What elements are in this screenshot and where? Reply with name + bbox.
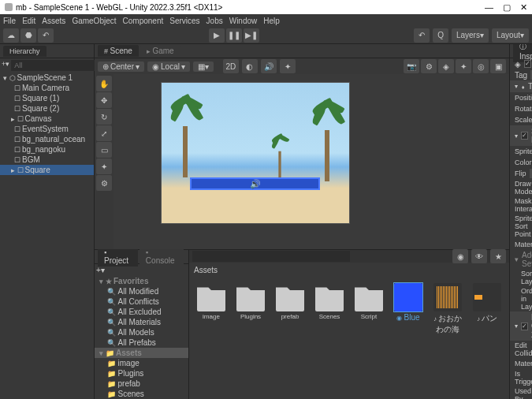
fav-item[interactable]: 🔍 All Materials (95, 317, 188, 327)
hierarchy-tab[interactable]: Hierarchy (3, 46, 47, 57)
hierarchy-item[interactable]: ☐ EventSystem (0, 124, 94, 134)
rect-tool[interactable]: ▭ (96, 142, 112, 158)
hierarchy-panel: Hierarchy +▾ ▾ ⬡ SampleScene 1 ☐ Main Ca… (0, 44, 95, 399)
hierarchy-item-selected[interactable]: ▸ ☐ Square (0, 165, 94, 175)
pause-button[interactable]: ❚❚ (226, 28, 242, 43)
asset-folder[interactable]: Scenes (314, 283, 345, 320)
gizmos-button[interactable]: ⚙ (421, 59, 437, 73)
console-tab[interactable]: ▪ Console (140, 247, 184, 267)
hidden-button[interactable]: 👁 (471, 249, 487, 263)
menu-assets[interactable]: Assets (42, 17, 65, 25)
asset-material[interactable]: ◉ Blue (392, 283, 424, 322)
pivot-toggle[interactable]: ⊕Center▾ (98, 62, 144, 72)
menu-file[interactable]: File (3, 17, 16, 25)
assets-grid: image Plugins prefab Scenes Script ◉ Blu… (189, 277, 509, 399)
unity-icon (5, 3, 13, 11)
fav-item[interactable]: 🔍 All Conflicts (95, 296, 188, 307)
account-button[interactable]: ☁ (3, 28, 19, 43)
folder-item[interactable]: 📁 Scenes (95, 389, 188, 399)
scene-root[interactable]: ▾ ⬡ SampleScene 1 (0, 73, 94, 83)
transform-tool[interactable]: ✦ (96, 158, 112, 174)
folder-item[interactable]: 📁 prefab (95, 378, 188, 389)
close-button[interactable]: ✕ (520, 2, 527, 13)
search-button[interactable]: Q (433, 28, 448, 43)
menu-component[interactable]: Component (123, 17, 164, 25)
folder-item[interactable]: 📁 image (95, 358, 188, 368)
gizmos-button2[interactable]: ◈ (438, 59, 454, 73)
scale-tool[interactable]: ⤢ (96, 125, 112, 141)
hierarchy-item[interactable]: ☐ Main Camera (0, 83, 94, 93)
selected-object-square[interactable]: 🔊 (190, 177, 320, 190)
game-tab[interactable]: ▸ Game (140, 45, 180, 57)
rotate-tool[interactable]: ↻ (96, 109, 112, 125)
grid-button[interactable]: ▦▾ (193, 62, 214, 72)
gizmos-button4[interactable]: ◎ (473, 59, 489, 73)
scene-tab[interactable]: # Scene (98, 45, 139, 57)
save-search-button[interactable]: ★ (490, 249, 506, 263)
asset-folder[interactable]: Script (353, 283, 385, 320)
custom-tool[interactable]: ⚙ (96, 175, 112, 191)
menu-jobs[interactable]: Jobs (206, 17, 223, 25)
layout-dropdown[interactable]: Layout ▾ (492, 28, 529, 43)
sprite-renderer-header[interactable]: ▾✓ Sprite Renderer⋮ (510, 125, 532, 146)
cube-icon: ◈ (515, 60, 521, 69)
play-button[interactable]: ▶ (209, 28, 225, 43)
active-checkbox[interactable]: ✓ (524, 60, 531, 68)
fav-item[interactable]: 🔍 All Prefabs (95, 337, 188, 348)
asset-audio[interactable]: ♪ パン (471, 283, 503, 324)
audio-button[interactable]: 🔊 (261, 59, 277, 73)
hierarchy-item[interactable]: ☐ Square (2) (0, 103, 94, 114)
flip-x[interactable]: X (530, 169, 532, 178)
window-title: mb - SampleScene 1 - WebGL - Unity 2022.… (16, 3, 222, 12)
maximize-button[interactable]: ▢ (503, 2, 511, 13)
menu-edit[interactable]: Edit (22, 17, 35, 25)
create-dropdown[interactable]: +▾ (2, 60, 9, 71)
menu-window[interactable]: Window (229, 17, 258, 25)
menu-help[interactable]: Help (263, 17, 280, 25)
project-create[interactable]: +▾ (96, 266, 105, 274)
minimize-button[interactable]: — (485, 2, 493, 13)
box-collider-header[interactable]: ▾✓ Box Collider 2D⋮ (510, 311, 532, 341)
fav-item[interactable]: 🔍 All Excluded (95, 307, 188, 317)
asset-folder[interactable]: image (195, 283, 227, 320)
hand-tool[interactable]: ✋ (96, 76, 112, 91)
filter-button[interactable]: ◉ (452, 249, 468, 263)
hierarchy-item[interactable]: ▸ ☐ Canvas (0, 114, 94, 124)
step-button[interactable]: ▶❚ (244, 28, 259, 43)
fav-item[interactable]: 🔍 All Modified (95, 286, 188, 296)
project-search[interactable] (192, 251, 350, 262)
cloud-button[interactable]: ⬣ (20, 28, 36, 43)
2d-toggle[interactable]: 2D (223, 59, 239, 73)
hierarchy-item[interactable]: ☐ bg_nangoku (0, 144, 94, 155)
scene-cam-button[interactable]: 📷 (404, 59, 419, 73)
scene-toolbar: ⊕Center▾ ◉Local▾ ▦▾ 2D ◐ 🔊 ✦ 📷 ⚙ ◈ ✦ ◎ ▣ (95, 58, 509, 74)
asset-folder[interactable]: Plugins (235, 283, 266, 320)
breadcrumb[interactable]: Assets (194, 266, 218, 274)
gizmos-button3[interactable]: ✦ (456, 59, 471, 73)
history-button[interactable]: ↶ (38, 28, 54, 43)
main-toolbar: ☁ ⬣ ↶ ▶ ❚❚ ▶❚ ↶ Q Layers ▾ Layout ▾ (0, 27, 532, 44)
assets-folder[interactable]: ▾ 📁 Assets (95, 348, 188, 358)
hierarchy-item[interactable]: ☐ BGM (0, 155, 94, 165)
menu-gameobject[interactable]: GameObject (72, 17, 116, 25)
move-tool[interactable]: ✥ (96, 92, 112, 108)
asset-folder[interactable]: prefab (274, 283, 306, 320)
hierarchy-item[interactable]: ☐ bg_natural_ocean (0, 134, 94, 144)
fav-item[interactable]: 🔍 All Models (95, 327, 188, 337)
transform-header[interactable]: ▾⬧ Transform⋮ (510, 80, 532, 92)
undo-button[interactable]: ↶ (414, 28, 430, 43)
favorites-header[interactable]: ▾ ★ Favorites (95, 276, 188, 286)
asset-audio[interactable]: ♪ おおかわの海 (432, 283, 463, 335)
gizmos-button5[interactable]: ▣ (490, 59, 506, 73)
layers-dropdown[interactable]: Layers ▾ (452, 28, 489, 43)
local-toggle[interactable]: ◉Local▾ (147, 62, 190, 72)
scene-viewport[interactable]: 🔊 (113, 74, 509, 249)
menu-services[interactable]: Services (169, 17, 199, 25)
shading-button[interactable]: ◐ (242, 59, 258, 73)
menubar: File Edit Assets GameObject Component Se… (0, 14, 532, 27)
project-tab[interactable]: ▪ Project (98, 247, 138, 267)
hierarchy-item[interactable]: ☐ Square (1) (0, 93, 94, 103)
fx-button[interactable]: ✦ (280, 59, 296, 73)
hierarchy-search[interactable] (11, 60, 106, 71)
folder-item[interactable]: 📁 Plugins (95, 368, 188, 378)
